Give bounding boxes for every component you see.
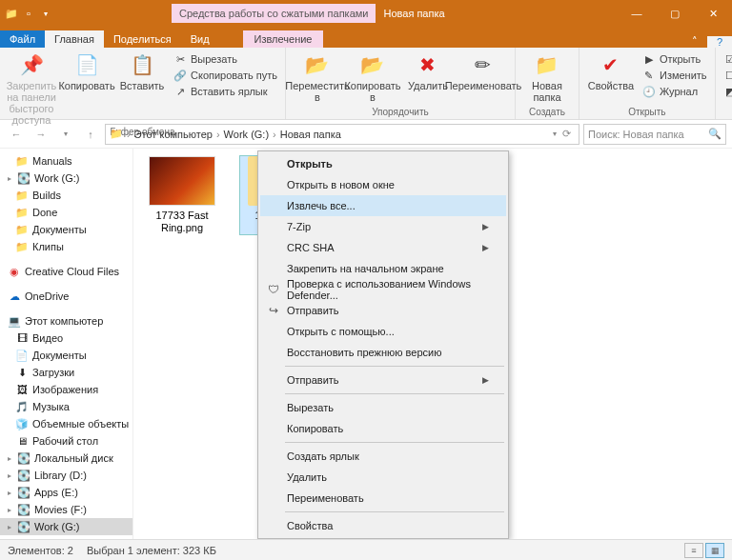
tree-item[interactable]: 💽Work (G:) [0, 170, 132, 187]
menu-restore-previous[interactable]: Восстановить прежнюю версию [260, 342, 506, 363]
refresh-icon[interactable]: ⟳ [559, 128, 575, 140]
up-button[interactable]: ↑ [80, 124, 101, 145]
tree-item[interactable]: ⬇Загрузки [0, 364, 132, 381]
navigation-bar: ← → ▾ ↑ 📁 › Этот компьютер › Work (G:) ›… [0, 120, 732, 149]
recent-locations-icon[interactable]: ▾ [55, 124, 76, 145]
invert-selection-button[interactable]: ◩Обратить выделение [722, 84, 732, 99]
menu-copy[interactable]: Копировать [260, 418, 506, 439]
label: Открыть с помощью... [287, 326, 395, 337]
qat-dropdown-icon[interactable]: ▾ [38, 6, 53, 21]
help-icon[interactable]: ? [707, 36, 732, 48]
desktop-icon: 🖥 [15, 434, 29, 448]
menu-extract-all[interactable]: Извлечь все... [260, 195, 506, 216]
folder-icon: 📁 [15, 240, 29, 253]
tree-item[interactable]: 💽Library (D:) [0, 467, 132, 484]
search-input[interactable]: Поиск: Новая папка 🔍 [583, 124, 726, 145]
new-folder-icon: 📁 [534, 51, 560, 78]
tree-item[interactable]: 🧊Объемные объекты [0, 415, 132, 432]
label: Копировать [287, 423, 343, 434]
forward-button[interactable]: → [30, 124, 51, 145]
tab-home[interactable]: Главная [45, 30, 104, 48]
menu-cut[interactable]: Вырезать [260, 397, 506, 418]
tree-item[interactable]: 📁Done [0, 204, 132, 221]
tree-item[interactable]: 📁Manuals [0, 152, 132, 170]
properties-button[interactable]: ✔Свойства [585, 50, 637, 91]
details-view-button[interactable]: ≡ [684, 543, 703, 558]
chevron-right-icon[interactable]: › [214, 129, 222, 140]
menu-create-shortcut[interactable]: Создать ярлык [260, 446, 506, 467]
menu-share[interactable]: ↪Отправить [260, 300, 506, 321]
tree-item[interactable]: 📁Клипы [0, 238, 132, 255]
icons-view-button[interactable]: ▦ [705, 543, 724, 558]
menu-properties[interactable]: Свойства [260, 515, 506, 536]
tree-item[interactable]: 📁Документы [0, 221, 132, 238]
new-folder-button[interactable]: 📁Новая папка [521, 50, 573, 103]
ribbon-collapse-icon[interactable]: ˄ [682, 35, 707, 48]
paste-shortcut-button[interactable]: ↗Вставить ярлык [172, 84, 279, 99]
breadcrumb-drive[interactable]: Work (G:) [224, 129, 269, 140]
rename-button[interactable]: ✏Переименовать [458, 50, 509, 91]
copy-path-button[interactable]: 🔗Скопировать путь [172, 68, 279, 83]
label: Переименовать [287, 492, 364, 504]
label: Создать ярлык [287, 450, 359, 462]
close-button[interactable]: ✕ [694, 0, 732, 27]
tree-item-creative-cloud[interactable]: ◉Creative Cloud Files [0, 263, 132, 280]
select-none-button[interactable]: ☐Снять выделение [722, 68, 732, 83]
menu-open-with[interactable]: Открыть с помощью... [260, 321, 506, 342]
qat-item[interactable]: ▫ [21, 6, 36, 21]
move-to-button[interactable]: 📂Переместить в [292, 50, 343, 103]
tree-item[interactable]: 📁Builds [0, 187, 132, 204]
menu-open[interactable]: Открыть [260, 153, 506, 174]
tab-extract[interactable]: Извлечение [243, 30, 324, 48]
copy-button[interactable]: 📄Копировать [61, 50, 112, 91]
label: Извлечь все... [287, 200, 356, 211]
tree-item-onedrive[interactable]: ☁OneDrive [0, 288, 132, 305]
tree-item[interactable]: 💽Movies (F:) [0, 501, 132, 518]
tab-file[interactable]: Файл [0, 30, 45, 48]
file-item-image[interactable]: 17733 Fast Ring.png [141, 156, 223, 234]
menu-crc-sha[interactable]: CRC SHA▶ [260, 237, 506, 258]
tab-view[interactable]: Вид [181, 30, 219, 48]
tree-item-this-pc[interactable]: 💻Этот компьютер [0, 312, 132, 330]
menu-open-new-window[interactable]: Открыть в новом окне [260, 174, 506, 195]
back-button[interactable]: ← [6, 124, 27, 145]
edit-button[interactable]: ✎Изменить [640, 68, 709, 83]
address-dropdown-icon[interactable]: ▾ [553, 130, 557, 138]
copy-icon: 📄 [73, 51, 100, 78]
tree-item[interactable]: 💽Локальный диск [0, 450, 132, 467]
chevron-right-icon[interactable]: › [125, 129, 132, 140]
tree-item[interactable]: 💽Apps (E:) [0, 484, 132, 501]
address-bar[interactable]: 📁 › Этот компьютер › Work (G:) › Новая п… [105, 124, 580, 145]
menu-pin-start[interactable]: Закрепить на начальном экране [260, 258, 506, 279]
maximize-button[interactable]: ▢ [656, 0, 694, 27]
breadcrumb-root[interactable]: Этот компьютер [134, 129, 213, 140]
history-button[interactable]: 🕘Журнал [640, 84, 709, 99]
tree-item[interactable]: 🎞Видео [0, 330, 132, 347]
menu-defender[interactable]: 🛡Проверка с использованием Windows Defen… [260, 279, 506, 300]
navigation-tree[interactable]: 📁Manuals 💽Work (G:) 📁Builds 📁Done 📁Докум… [0, 149, 133, 539]
open-button[interactable]: ▶Открыть [640, 51, 709, 67]
tree-item-work-selected[interactable]: 💽Work (G:) [0, 518, 132, 535]
tab-share[interactable]: Поделиться [104, 30, 181, 48]
menu-7zip[interactable]: 7-Zip▶ [260, 216, 506, 237]
label: OneDrive [25, 290, 69, 302]
cut-button[interactable]: ✂Вырезать [172, 51, 279, 67]
copy-to-button[interactable]: 📂Копировать в [347, 50, 398, 103]
tree-item[interactable]: 📄Документы [0, 347, 132, 364]
menu-rename[interactable]: Переименовать [260, 488, 506, 509]
pin-quick-access-button[interactable]: 📌Закрепить на панели быстрого доступа [6, 50, 57, 126]
breadcrumb-folder[interactable]: Новая папка [280, 129, 341, 140]
tree-item[interactable]: 🎵Музыка [0, 398, 132, 415]
menu-delete[interactable]: Удалить [260, 467, 506, 488]
tree-item[interactable]: 🖥Рабочий стол [0, 432, 132, 450]
drive-icon: 💽 [17, 520, 30, 533]
label: Клипы [32, 241, 64, 252]
menu-send-to[interactable]: Отправить▶ [260, 370, 506, 390]
select-all-button[interactable]: ☑Выделить все [722, 51, 732, 67]
folder-icon: 📁 [15, 206, 29, 219]
minimize-button[interactable]: ― [618, 0, 656, 27]
paste-button[interactable]: 📋Вставить [116, 50, 168, 91]
tree-item[interactable]: 🖼Изображения [0, 381, 132, 398]
chevron-right-icon[interactable]: › [271, 129, 278, 140]
label: Movies (F:) [34, 504, 87, 515]
